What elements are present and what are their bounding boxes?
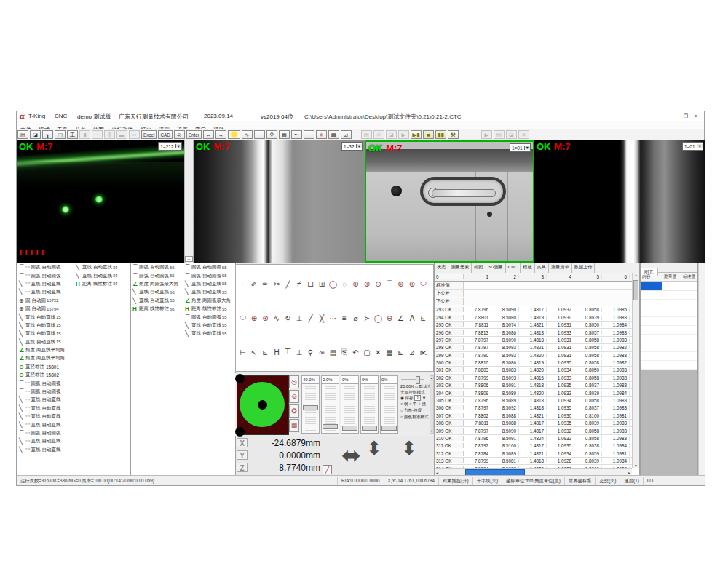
tab-测量清单[interactable]: 测量清单 bbox=[549, 263, 572, 273]
table-row[interactable]: 293 OK7.87968.50901.48171.09320.80581.09… bbox=[435, 306, 632, 314]
list-item[interactable]: ╲***直线自动直线 bbox=[17, 437, 74, 445]
tab-3D测量[interactable]: 3D测量 bbox=[486, 263, 506, 273]
chevron-down-icon[interactable]: ▼ bbox=[422, 396, 427, 400]
element-empty-row[interactable] bbox=[641, 300, 697, 308]
tool-icon[interactable]: ⊾ bbox=[419, 314, 427, 322]
light-mode-button[interactable]: ✪ bbox=[289, 404, 299, 418]
tab-CNC[interactable]: CNC bbox=[506, 263, 521, 273]
element-selected-row[interactable] bbox=[641, 282, 697, 291]
toolbar-arrow-left-button[interactable]: ← bbox=[203, 130, 214, 139]
tool-icon[interactable]: ⊕ bbox=[408, 280, 416, 288]
tool-icon[interactable]: ⬭ bbox=[419, 279, 427, 288]
status-toggle[interactable]: 对象捕捉(开) bbox=[439, 477, 473, 485]
camera-view-3-selected[interactable]: OK M:7 1=01 ▼ bbox=[365, 140, 534, 263]
tool-icon[interactable]: ⊟ bbox=[306, 280, 314, 288]
tool-icon[interactable]: ⌀ bbox=[352, 314, 360, 322]
tool-icon[interactable]: ✂ bbox=[273, 280, 281, 288]
list-item[interactable]: ╲***直线自动直线 bbox=[17, 446, 74, 454]
tab-状态[interactable]: 状态 bbox=[435, 263, 448, 273]
tab-模板[interactable]: 模板 bbox=[521, 263, 534, 273]
level-high-label[interactable]: 强 bbox=[422, 402, 426, 406]
status-toggle[interactable]: 正交(关) bbox=[596, 477, 620, 485]
camera-splitter[interactable]: ⇔ bbox=[184, 140, 194, 263]
tool-icon[interactable]: ▤ bbox=[329, 348, 337, 356]
checkbox-icon[interactable]: □ bbox=[416, 384, 418, 388]
list-item[interactable]: ╲直线自动直线34 bbox=[74, 263, 130, 271]
table-row[interactable]: 313 OK7.87998.50811.48181.09280.80391.09… bbox=[435, 458, 632, 465]
toolbar-open-far-button[interactable]: ◪ bbox=[506, 130, 517, 139]
element-empty-row[interactable] bbox=[641, 352, 697, 361]
radio-off-icon[interactable]: ○ bbox=[400, 402, 403, 406]
list-item[interactable]: ╲直线自动直线55 bbox=[131, 297, 183, 305]
toolbar-excel-export-button[interactable]: Excel bbox=[141, 130, 157, 139]
tool-icon[interactable]: ▢ bbox=[363, 348, 371, 356]
toolbar-save-2-button[interactable]: ▤ bbox=[361, 130, 372, 139]
tool-icon[interactable]: ✐ bbox=[250, 280, 258, 288]
level-low-label[interactable]: 弱 bbox=[404, 402, 408, 406]
toolbar-save-button[interactable]: ▤ bbox=[17, 130, 28, 139]
toolbar-magnifier-button[interactable]: ⚲ bbox=[266, 130, 277, 139]
toolbar-stage-down-button[interactable]: ∥ bbox=[104, 130, 115, 139]
tool-icon[interactable]: ⊕ bbox=[363, 280, 371, 288]
tab-绘图[interactable]: 绘图 bbox=[472, 263, 486, 273]
tool-icon[interactable]: ⊿ bbox=[408, 348, 416, 356]
jog-z-icon[interactable]: ⬍ bbox=[401, 437, 417, 460]
toolbar-block-down-button[interactable]: ▬ bbox=[116, 130, 127, 139]
element-empty-row[interactable] bbox=[641, 291, 697, 300]
scrollbar-thumb[interactable] bbox=[633, 280, 638, 300]
toolbar-curve-button[interactable]: 〜 bbox=[291, 130, 302, 139]
list-item[interactable]: ╲***直线自动直线 bbox=[17, 288, 74, 296]
list-item[interactable]: ╲***直线自动直线 bbox=[17, 412, 74, 420]
toolbar-play-gray-button[interactable]: ▶ bbox=[398, 130, 409, 139]
list-item[interactable]: ⌒圆弧自动圆弧55 bbox=[183, 271, 235, 279]
element-empty-row[interactable] bbox=[641, 335, 697, 343]
table-special-row[interactable]: 标准值 bbox=[435, 282, 632, 290]
list-item[interactable]: ╲直线自动直线15 bbox=[17, 338, 74, 346]
tool-icon[interactable]: ∿ bbox=[273, 314, 281, 322]
tool-icon[interactable]: 工 bbox=[284, 347, 292, 357]
tool-icon[interactable]: ⎘ bbox=[341, 348, 349, 356]
element-empty-row[interactable] bbox=[641, 326, 697, 335]
toolbar-arrow-right-button[interactable]: → bbox=[215, 130, 226, 139]
tool-icon[interactable]: ⌒ bbox=[386, 279, 394, 289]
tool-icon[interactable]: ▦ bbox=[386, 348, 394, 356]
tool-icon[interactable]: ⌿ bbox=[296, 279, 304, 288]
list-item[interactable]: H距离线性标注66 bbox=[131, 305, 183, 313]
table-row[interactable]: 303 OK7.88068.50911.48181.09350.80371.09… bbox=[435, 382, 632, 389]
slider-thumb[interactable] bbox=[416, 376, 420, 384]
table-row[interactable]: 310 OK7.87968.50911.48241.09320.80581.09… bbox=[435, 435, 632, 442]
toolbar-qr-code-button[interactable]: ▩ bbox=[328, 130, 339, 139]
list-item[interactable]: ⌒***圆弧自动圆弧 bbox=[17, 263, 74, 271]
tool-icon[interactable]: ⊥ bbox=[296, 314, 304, 322]
radio-on-icon[interactable]: ◉ bbox=[400, 396, 404, 400]
tool-icon[interactable]: ⊥ bbox=[296, 348, 304, 356]
radio-off-icon[interactable]: ○ bbox=[400, 415, 403, 419]
tool-icon[interactable]: · bbox=[239, 280, 247, 288]
close-button[interactable]: ✕ bbox=[690, 112, 702, 120]
list-item[interactable]: ⌒圆弧自动圆弧55 bbox=[131, 271, 183, 279]
vertical-scrollbar[interactable]: ▲ ▼ bbox=[632, 273, 639, 468]
camera-view-2[interactable]: OK M:7 1=32 ▼ bbox=[194, 140, 365, 263]
table-row[interactable]: 300 OK7.88108.50861.48191.09350.80581.09… bbox=[435, 359, 632, 367]
save-slot-dropdown[interactable]: 1 bbox=[414, 395, 421, 401]
element-empty-row[interactable] bbox=[641, 361, 697, 370]
table-special-row[interactable]: 上公差 bbox=[435, 290, 632, 298]
tool-icon[interactable]: ◯ bbox=[374, 314, 382, 322]
tool-icon[interactable]: ⊙ bbox=[374, 280, 382, 288]
list-item[interactable]: H距离线性标注34 bbox=[74, 280, 130, 288]
right-scrollbar-strip[interactable] bbox=[698, 263, 705, 477]
toolbar-light-bulb-button[interactable] bbox=[228, 130, 240, 139]
toolbar-cad-export-button[interactable]: CAD bbox=[158, 130, 172, 139]
slider-thumb[interactable] bbox=[362, 426, 377, 431]
tool-icon[interactable]: ↻ bbox=[284, 314, 292, 322]
toolbar-chart-button[interactable]: ⊿ bbox=[341, 130, 352, 139]
list-item[interactable]: ⌒圆弧自动圆弧55 bbox=[183, 313, 235, 321]
tool-icon[interactable]: ◯ bbox=[329, 280, 337, 288]
table-row[interactable]: 294 OK7.88018.50801.48191.09300.80391.09… bbox=[435, 314, 632, 322]
slider-thumb[interactable] bbox=[303, 405, 318, 410]
tool-icon[interactable]: ⊕ bbox=[352, 280, 360, 288]
toolbar-laser-star-button[interactable]: ✳ bbox=[316, 130, 327, 139]
selected-cell[interactable] bbox=[641, 282, 662, 290]
list-item[interactable]: ╲直线自动直线34 bbox=[74, 271, 130, 279]
table-row[interactable]: 296 OK7.88138.50861.48181.09330.80571.09… bbox=[435, 329, 632, 336]
